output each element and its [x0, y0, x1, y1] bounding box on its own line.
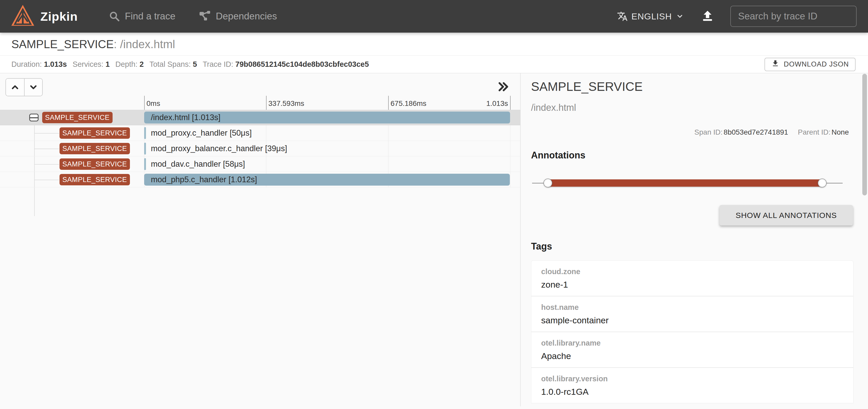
tag-row: host.name sample-container	[531, 296, 853, 332]
span-duration-bar	[144, 143, 146, 155]
tag-key: cloud.zone	[541, 268, 843, 276]
next-span-button[interactable]	[24, 79, 42, 96]
service-badge: SAMPLE_SERVICE	[60, 143, 130, 154]
stat-duration: Duration:1.013s	[11, 60, 67, 69]
trace-info-bar: Duration:1.013s Services:1 Depth:2 Total…	[0, 56, 868, 73]
detail-service-name: SAMPLE_SERVICE	[531, 80, 643, 94]
stat-total-spans: Total Spans:5	[149, 60, 197, 69]
tick-line	[144, 96, 145, 110]
download-json-label: DOWNLOAD JSON	[784, 60, 849, 68]
span-duration-bar	[144, 158, 146, 170]
search-icon	[109, 11, 120, 22]
tags-card: cloud.zone zone-1 host.name sample-conta…	[531, 260, 854, 403]
download-json-button[interactable]: DOWNLOAD JSON	[765, 58, 856, 71]
trace-span-name: /index.html	[120, 38, 175, 51]
detail-span-name: /index.html	[531, 102, 576, 113]
span-track: /index.html [1.013s]	[144, 111, 510, 124]
double-chevron-right-icon	[496, 81, 510, 93]
tag-key: otel.library.name	[541, 339, 843, 347]
span-navigation-group	[5, 78, 43, 96]
language-selector[interactable]: ENGLISH	[617, 11, 684, 22]
tag-value: zone-1	[541, 280, 843, 290]
timeline-panel: 0ms 337.593ms 675.186ms 1.013s SAMPLE_SE…	[0, 73, 520, 406]
span-label: mod_dav.c_handler [58μs]	[151, 158, 245, 170]
service-badge: SAMPLE_SERVICE	[60, 174, 130, 185]
tick-line	[266, 96, 267, 110]
slider-selected-range[interactable]	[548, 179, 823, 187]
span-duration-bar	[144, 127, 146, 139]
span-track: mod_php5.c_handler [1.012s]	[144, 174, 510, 186]
tag-value: Apache	[541, 351, 843, 361]
chevron-up-icon	[10, 82, 20, 92]
tick-line	[510, 96, 510, 110]
service-badge: SAMPLE_SERVICE	[42, 112, 113, 123]
parent-id: Parent ID:None	[798, 128, 849, 136]
span-ids: Span ID:8b053ed7e2741891 Parent ID:None	[694, 128, 849, 136]
span-track: mod_proxy.c_handler [50μs]	[144, 127, 510, 139]
trace-header: SAMPLE_SERVICE: /index.html	[0, 33, 868, 56]
collapse-panel-button[interactable]	[496, 81, 510, 93]
stat-trace-id: Trace ID:79b086512145c104de8b03cbfec03ce…	[203, 60, 369, 69]
span-label: mod_php5.c_handler [1.012s]	[151, 174, 257, 186]
span-row-mod-proxy[interactable]: SAMPLE_SERVICE mod_proxy.c_handler [50μs…	[0, 125, 520, 141]
span-id: Span ID:8b053ed7e2741891	[694, 128, 788, 136]
tick-label: 0ms	[147, 99, 160, 108]
download-icon	[771, 59, 779, 69]
page-title: SAMPLE_SERVICE: /index.html	[11, 38, 868, 51]
nav-dependencies-label: Dependencies	[216, 11, 277, 22]
annotations-heading: Annotations	[531, 150, 585, 161]
span-row-mod-proxy-balancer[interactable]: SAMPLE_SERVICE mod_proxy_balancer.c_hand…	[0, 141, 520, 156]
language-label: ENGLISH	[631, 11, 672, 22]
service-badge: SAMPLE_SERVICE	[60, 127, 130, 139]
annotations-range-slider	[532, 175, 843, 191]
span-row-index-html[interactable]: SAMPLE_SERVICE /index.html [1.013s]	[0, 110, 520, 125]
upload-icon	[701, 9, 714, 24]
chevron-down-icon	[676, 12, 684, 20]
tick-label: 337.593ms	[268, 99, 304, 108]
stat-services: Services:1	[72, 60, 110, 69]
dependencies-icon	[199, 11, 211, 22]
nav-dependencies[interactable]: Dependencies	[199, 11, 277, 22]
span-row-mod-php5[interactable]: SAMPLE_SERVICE mod_php5.c_handler [1.012…	[0, 172, 520, 187]
tick-line	[388, 96, 389, 110]
nav-find-a-trace-label: Find a trace	[125, 11, 175, 22]
prev-span-button[interactable]	[6, 79, 24, 96]
tag-value: 1.0.0-rc1GA	[541, 387, 843, 397]
span-label: mod_proxy_balancer.c_handler [39μs]	[151, 143, 287, 155]
span-label: /index.html [1.013s]	[151, 111, 220, 124]
slider-handle-start[interactable]	[544, 179, 552, 187]
tag-row: cloud.zone zone-1	[531, 261, 853, 296]
top-nav: Zipkin Find a trace Dependencies ENGLISH	[0, 0, 868, 33]
span-label: mod_proxy.c_handler [50μs]	[151, 127, 252, 139]
tag-row: otel.library.version 1.0.0-rc1GA	[531, 368, 853, 403]
chevron-down-icon	[28, 82, 38, 92]
slider-handle-end[interactable]	[818, 179, 827, 187]
span-row-mod-dav[interactable]: SAMPLE_SERVICE mod_dav.c_handler [58μs]	[0, 156, 520, 172]
tick-label: 675.186ms	[391, 99, 427, 108]
tags-heading: Tags	[531, 241, 552, 252]
span-track: mod_dav.c_handler [58μs]	[144, 158, 510, 170]
vertical-scrollbar-thumb[interactable]	[862, 74, 867, 195]
zipkin-logo-icon	[10, 4, 35, 29]
span-detail-panel: SAMPLE_SERVICE /index.html Span ID:8b053…	[521, 73, 868, 406]
stat-depth: Depth:2	[116, 60, 144, 69]
nav-find-a-trace[interactable]: Find a trace	[109, 11, 175, 22]
tag-row: otel.library.name Apache	[531, 332, 853, 368]
title-separator: :	[114, 38, 120, 51]
brand-name: Zipkin	[40, 9, 78, 24]
span-track: mod_proxy_balancer.c_handler [39μs]	[144, 143, 510, 155]
search-by-trace-id-input[interactable]	[730, 6, 857, 27]
trace-service-name: SAMPLE_SERVICE	[11, 38, 114, 51]
main-content: 0ms 337.593ms 675.186ms 1.013s SAMPLE_SE…	[0, 73, 868, 406]
collapse-children-toggle[interactable]	[29, 114, 38, 121]
tick-label: 1.013s	[486, 99, 508, 108]
tag-key: otel.library.version	[541, 375, 843, 383]
tag-value: sample-container	[541, 315, 843, 325]
tag-key: host.name	[541, 303, 843, 312]
upload-trace-button[interactable]	[701, 9, 714, 24]
span-rows: SAMPLE_SERVICE /index.html [1.013s] SAMP…	[0, 110, 520, 187]
translate-icon	[617, 11, 628, 22]
show-all-annotations-button[interactable]: SHOW ALL ANNOTATIONS	[719, 205, 853, 225]
timeline-ruler: 0ms 337.593ms 675.186ms 1.013s	[0, 98, 520, 110]
service-badge: SAMPLE_SERVICE	[60, 158, 130, 170]
